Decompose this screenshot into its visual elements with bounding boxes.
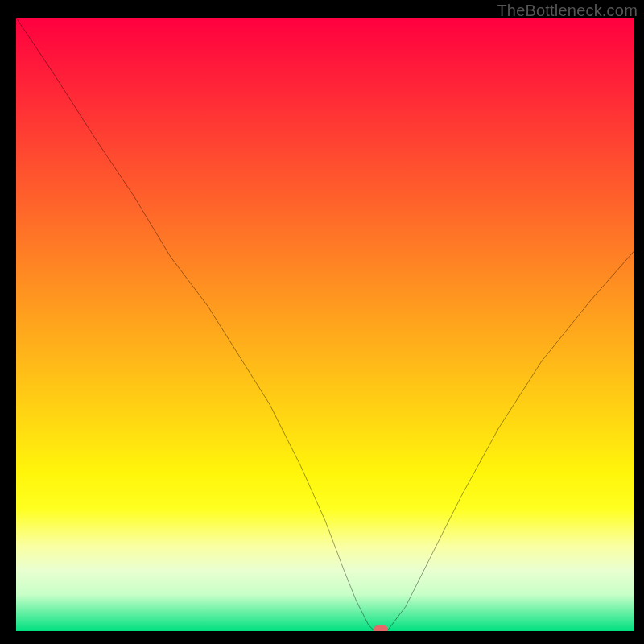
bottleneck-curve <box>16 18 634 631</box>
optimal-marker <box>374 625 388 631</box>
plot-area <box>16 18 634 631</box>
chart-frame: TheBottleneck.com <box>0 0 644 644</box>
